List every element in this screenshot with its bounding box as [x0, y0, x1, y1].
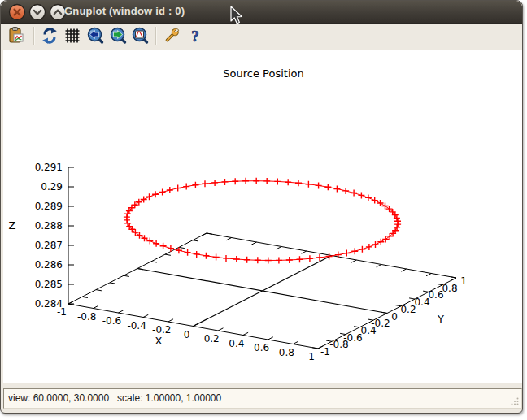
- svg-text:0.289: 0.289: [35, 201, 63, 212]
- svg-text:0.291: 0.291: [35, 162, 63, 173]
- toggle-grid-button[interactable]: [62, 25, 83, 46]
- settings-button[interactable]: [161, 25, 182, 46]
- toolbar-separator: [155, 27, 157, 45]
- grid-icon: [63, 26, 82, 45]
- svg-text:Source Position: Source Position: [223, 67, 303, 80]
- toolbar-separator: [33, 27, 35, 45]
- help-button[interactable]: ?: [185, 25, 206, 46]
- unzoom-icon: [130, 26, 150, 45]
- svg-text:0.6: 0.6: [254, 342, 269, 353]
- svg-text:-0.6: -0.6: [102, 315, 121, 327]
- svg-text:0: 0: [391, 311, 398, 323]
- svg-text:0.284: 0.284: [35, 298, 63, 310]
- svg-text:0.29: 0.29: [41, 181, 63, 193]
- window-title: Gnuplot (window id : 0): [64, 5, 185, 17]
- svg-text:-0.2: -0.2: [371, 318, 390, 329]
- replot-icon: [40, 26, 59, 45]
- unzoom-button[interactable]: [129, 25, 150, 46]
- statusbar: view: 60.0000, 30.0000 scale: 1.00000, 1…: [3, 388, 522, 409]
- svg-text:0.285: 0.285: [35, 279, 63, 290]
- svg-text:?: ?: [191, 28, 199, 45]
- svg-text:-0.8: -0.8: [77, 311, 96, 323]
- svg-text:0: 0: [184, 329, 190, 340]
- replot-button[interactable]: [39, 25, 60, 46]
- view-scale-readout: view: 60.0000, 30.0000 scale: 1.00000, 1…: [8, 392, 221, 404]
- tick-labels: -1-0.8-0.6-0.4-0.200.20.40.60.81-1-0.8-0…: [35, 162, 467, 362]
- zoom-next-icon: [108, 26, 128, 45]
- zoom-next-button[interactable]: [107, 25, 128, 46]
- plot-canvas[interactable]: Source Position-1-0.8-0.6-0.4-0.200.20.4…: [3, 50, 522, 383]
- gnuplot-window: Gnuplot (window id : 0): [0, 0, 523, 414]
- titlebar[interactable]: Gnuplot (window id : 0): [1, 1, 522, 24]
- chart-title: Source Position: [223, 67, 303, 80]
- svg-text:0.288: 0.288: [35, 220, 63, 232]
- svg-text:0.2: 0.2: [204, 333, 220, 344]
- svg-text:0.286: 0.286: [35, 259, 63, 271]
- plot-area[interactable]: Source Position-1-0.8-0.6-0.4-0.200.20.4…: [3, 50, 522, 383]
- help-icon: ?: [185, 26, 205, 45]
- close-button[interactable]: [10, 5, 25, 20]
- svg-text:0.4: 0.4: [229, 338, 244, 349]
- svg-text:Y: Y: [437, 313, 444, 325]
- svg-text:X: X: [155, 335, 163, 347]
- resize-grip[interactable]: [510, 396, 520, 406]
- svg-text:-1: -1: [320, 346, 330, 357]
- zoom-previous-icon: [85, 26, 105, 45]
- zero-axes: [137, 256, 387, 327]
- svg-text:-0.4: -0.4: [127, 320, 146, 331]
- svg-text:Z: Z: [9, 219, 16, 232]
- svg-text:-0.2: -0.2: [152, 324, 171, 336]
- minimize-button[interactable]: [30, 5, 46, 20]
- window-controls: [6, 2, 71, 22]
- svg-text:1: 1: [460, 275, 467, 287]
- svg-text:0.287: 0.287: [35, 240, 63, 251]
- zoom-previous-button[interactable]: [85, 25, 106, 46]
- svg-text:1: 1: [308, 351, 315, 362]
- svg-text:0.8: 0.8: [279, 347, 294, 358]
- copy-to-clipboard-button[interactable]: [6, 25, 27, 46]
- clipboard-icon: [7, 26, 26, 45]
- maximize-button[interactable]: [50, 5, 66, 20]
- svg-text:0.8: 0.8: [442, 283, 457, 294]
- toolbar: ?: [1, 24, 522, 50]
- series-source-position: [124, 178, 401, 264]
- desktop: { "titlebar": { "title": "Gnuplot (windo…: [0, 0, 527, 420]
- wrench-icon: [162, 26, 181, 45]
